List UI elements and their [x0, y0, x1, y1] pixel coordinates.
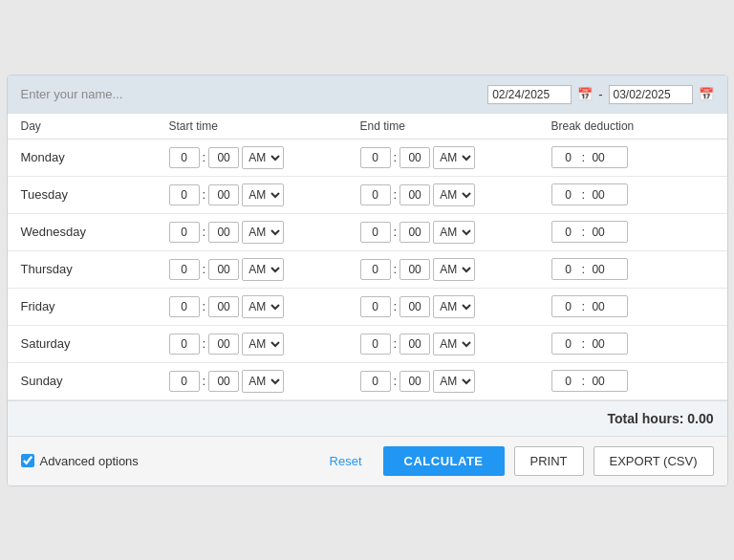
- end-ampm-select[interactable]: AM PM: [433, 333, 475, 355]
- end-hour-input[interactable]: [360, 296, 391, 317]
- name-input[interactable]: [21, 87, 231, 101]
- table-row: Wednesday : AM PM : AM PM :: [8, 214, 727, 251]
- start-date-input[interactable]: [487, 85, 572, 104]
- start-hour-input[interactable]: [169, 296, 200, 317]
- break-hour-input[interactable]: [558, 263, 579, 276]
- start-time-group: : AM PM: [169, 221, 360, 244]
- break-input-wrap: :: [551, 183, 628, 205]
- start-min-input[interactable]: [208, 334, 239, 355]
- end-hour-input[interactable]: [360, 222, 391, 243]
- table-header: Day Start time End time Break deduction …: [8, 114, 727, 140]
- end-min-input[interactable]: [399, 296, 430, 317]
- table-row: Tuesday : AM PM : AM PM :: [8, 177, 727, 214]
- start-ampm-select[interactable]: AM PM: [242, 295, 284, 318]
- calculate-button[interactable]: CALCULATE: [383, 446, 505, 476]
- start-min-input[interactable]: [208, 222, 239, 243]
- break-cell: :: [551, 333, 685, 355]
- end-min-input[interactable]: [399, 222, 430, 243]
- break-hour-input[interactable]: [558, 375, 579, 388]
- day-total: 0.00: [685, 225, 728, 239]
- total-hours-label: Total hours: 0.00: [608, 411, 714, 426]
- reset-button[interactable]: Reset: [318, 448, 374, 474]
- break-input-wrap: :: [551, 146, 628, 168]
- table-body: Monday : AM PM : AM PM : 0: [8, 140, 727, 400]
- end-ampm-select[interactable]: AM PM: [433, 183, 475, 206]
- break-min-input[interactable]: [588, 226, 609, 239]
- end-min-input[interactable]: [399, 184, 430, 205]
- start-hour-input[interactable]: [169, 334, 200, 355]
- end-hour-input[interactable]: [360, 334, 391, 355]
- end-ampm-select[interactable]: AM PM: [433, 146, 475, 169]
- export-button[interactable]: EXPORT (CSV): [594, 446, 714, 476]
- break-min-input[interactable]: [588, 188, 609, 202]
- start-hour-input[interactable]: [169, 184, 200, 205]
- end-ampm-select[interactable]: AM PM: [433, 258, 475, 281]
- start-hour-input[interactable]: [169, 259, 200, 280]
- start-ampm-select[interactable]: AM PM: [242, 146, 284, 169]
- break-cell: :: [551, 221, 685, 243]
- print-button[interactable]: PRINT: [514, 446, 584, 476]
- break-min-input[interactable]: [588, 263, 609, 276]
- table-row: Sunday : AM PM : AM PM : 0: [8, 363, 727, 400]
- break-min-input[interactable]: [588, 375, 609, 388]
- end-date-input[interactable]: [609, 85, 693, 104]
- break-hour-input[interactable]: [558, 188, 579, 202]
- end-min-input[interactable]: [399, 147, 430, 168]
- start-time-group: : AM PM: [169, 146, 360, 169]
- colon-1: :: [203, 187, 206, 202]
- end-min-input[interactable]: [399, 259, 430, 280]
- end-hour-input[interactable]: [360, 147, 391, 168]
- end-ampm-select[interactable]: AM PM: [433, 295, 475, 318]
- calendar-icon-end[interactable]: 📅: [699, 87, 714, 101]
- break-min-input[interactable]: [588, 300, 609, 313]
- start-min-input[interactable]: [208, 259, 239, 280]
- calendar-icon-start[interactable]: 📅: [577, 87, 593, 101]
- break-cell: :: [551, 258, 685, 280]
- total-hours-row: Total hours: 0.00: [8, 400, 727, 436]
- break-min-input[interactable]: [588, 151, 609, 164]
- end-hour-input[interactable]: [360, 184, 391, 205]
- start-ampm-select[interactable]: AM PM: [242, 333, 284, 355]
- start-min-input[interactable]: [208, 371, 239, 392]
- end-hour-input[interactable]: [360, 371, 391, 392]
- start-min-input[interactable]: [208, 184, 239, 205]
- break-hour-input[interactable]: [558, 337, 579, 351]
- start-time-group: : AM PM: [169, 183, 360, 206]
- break-hour-input[interactable]: [558, 226, 579, 239]
- end-time-group: : AM PM: [360, 295, 551, 318]
- end-ampm-select[interactable]: AM PM: [433, 370, 475, 393]
- start-min-input[interactable]: [208, 296, 239, 317]
- date-range: 📅 - 📅: [487, 85, 713, 104]
- day-name: Friday: [21, 299, 169, 313]
- start-min-input[interactable]: [208, 147, 239, 168]
- end-min-input[interactable]: [399, 371, 430, 392]
- colon-2: :: [394, 225, 398, 239]
- start-ampm-select[interactable]: AM PM: [242, 221, 284, 244]
- break-cell: :: [551, 370, 685, 392]
- timesheet-container: 📅 - 📅 Day Start time End time Break dedu…: [7, 75, 728, 486]
- end-time-group: : AM PM: [360, 333, 551, 355]
- end-min-input[interactable]: [399, 334, 430, 355]
- advanced-options-label: Advanced options: [40, 454, 139, 468]
- end-ampm-select[interactable]: AM PM: [433, 221, 475, 244]
- colon-2: :: [394, 262, 398, 276]
- break-input-wrap: :: [551, 295, 628, 317]
- start-ampm-select[interactable]: AM PM: [242, 370, 284, 393]
- break-colon: :: [582, 336, 586, 351]
- start-hour-input[interactable]: [169, 147, 200, 168]
- advanced-options-checkbox[interactable]: [21, 454, 34, 467]
- header: 📅 - 📅: [8, 75, 727, 114]
- start-ampm-select[interactable]: AM PM: [242, 258, 284, 281]
- start-hour-input[interactable]: [169, 222, 200, 243]
- end-hour-input[interactable]: [360, 259, 391, 280]
- col-end-time: End time: [360, 119, 551, 133]
- day-total: 0.00: [685, 336, 728, 351]
- break-min-input[interactable]: [588, 337, 609, 351]
- day-name: Thursday: [21, 262, 169, 276]
- start-hour-input[interactable]: [169, 371, 200, 392]
- break-hour-input[interactable]: [558, 300, 579, 313]
- break-hour-input[interactable]: [558, 151, 579, 164]
- table-row: Saturday : AM PM : AM PM :: [8, 326, 727, 363]
- start-ampm-select[interactable]: AM PM: [242, 183, 284, 206]
- day-name: Monday: [21, 150, 169, 164]
